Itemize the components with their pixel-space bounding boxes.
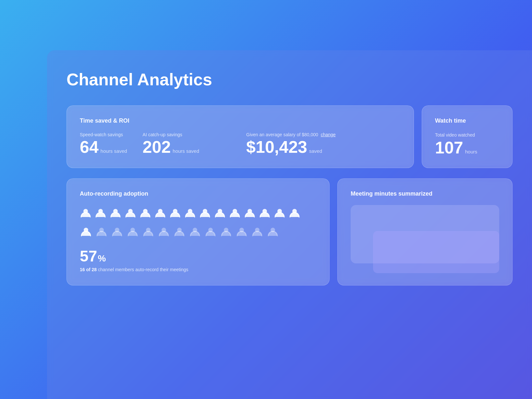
person-icon — [111, 226, 123, 238]
ai-catchup-metric: AI catch-up savings 202 hours saved — [143, 132, 199, 155]
person-icon — [274, 207, 285, 219]
meeting-inner — [351, 205, 499, 263]
metrics-row: Speed-watch savings 64 hours saved AI ca… — [80, 132, 401, 155]
person-icon — [229, 207, 241, 219]
speed-watch-label: Speed-watch savings — [80, 132, 127, 137]
watch-time-card-title: Watch time — [435, 117, 499, 124]
person-icon — [220, 226, 232, 238]
watch-time-unit: hours — [465, 149, 478, 154]
meeting-minutes-card-title: Meeting minutes summarized — [351, 190, 499, 197]
time-roi-card-title: Time saved & ROI — [80, 117, 401, 124]
person-icon — [154, 207, 166, 219]
person-icon — [95, 207, 106, 219]
adoption-count: 16 of 28 — [80, 267, 97, 272]
meeting-inner-card-2 — [373, 231, 499, 273]
auto-recording-card-title: Auto-recording adoption — [80, 190, 316, 197]
adoption-desc-text: channel members auto-record their meetin… — [98, 267, 188, 272]
adoption-description: 16 of 28 channel members auto-record the… — [80, 267, 316, 272]
person-icon — [236, 226, 248, 238]
salary-label: Given an average salary of $80,000 chang… — [246, 132, 336, 137]
speed-watch-unit: hours saved — [101, 148, 127, 154]
person-icon — [199, 207, 211, 219]
adoption-percent-row: 57 % — [80, 247, 316, 265]
watch-time-value: 107 — [435, 139, 463, 156]
person-row-2 — [80, 226, 287, 238]
person-icon — [259, 207, 271, 219]
adoption-percent-symbol: % — [98, 253, 106, 264]
page-title: Channel Analytics — [66, 70, 513, 89]
person-icon — [95, 226, 108, 238]
person-icon — [244, 207, 256, 219]
ai-catchup-unit: hours saved — [173, 148, 199, 154]
ai-catchup-value: 202 — [143, 139, 171, 155]
person-icon-grid — [80, 207, 287, 238]
salary-label-pre: Given an average salary of $80,000 — [246, 132, 318, 137]
person-row-1 — [80, 207, 287, 219]
person-icon — [251, 226, 263, 238]
main-container: Channel Analytics Time saved & ROI Speed… — [47, 50, 532, 399]
ai-catchup-value-row: 202 hours saved — [143, 139, 199, 155]
person-icon — [158, 226, 170, 238]
time-roi-card: Time saved & ROI Speed-watch savings 64 … — [66, 105, 414, 168]
watch-time-card: Watch time Total video watched 107 hours — [422, 105, 513, 168]
person-icon — [127, 226, 139, 238]
person-icon — [169, 207, 181, 219]
top-row: Time saved & ROI Speed-watch savings 64 … — [66, 105, 513, 168]
person-icon — [142, 226, 154, 238]
person-icon — [184, 207, 196, 219]
person-icon — [214, 207, 226, 219]
person-icon — [125, 207, 136, 219]
person-icon — [139, 207, 151, 219]
person-icon — [80, 226, 92, 238]
salary-metric: Given an average salary of $80,000 chang… — [246, 132, 336, 155]
meeting-inner-card-1 — [351, 205, 499, 263]
watch-time-value-row: 107 hours — [435, 139, 499, 156]
person-icon — [189, 226, 201, 238]
salary-change-link[interactable]: change — [321, 132, 336, 137]
adoption-percent-value: 57 — [80, 247, 97, 265]
person-icon — [80, 207, 91, 219]
speed-watch-value: 64 — [80, 139, 99, 155]
watch-time-label: Total video watched — [435, 132, 475, 138]
auto-recording-card: Auto-recording adoption — [66, 178, 330, 285]
speed-watch-value-row: 64 hours saved — [80, 139, 127, 155]
person-icon — [289, 207, 300, 219]
person-icon — [110, 207, 121, 219]
salary-value: $10,423 — [246, 139, 307, 155]
salary-unit: saved — [309, 148, 322, 154]
salary-value-row: $10,423 saved — [246, 139, 336, 155]
meeting-minutes-card: Meeting minutes summarized — [337, 178, 513, 285]
bottom-row: Auto-recording adoption — [66, 178, 513, 285]
person-icon — [204, 226, 217, 238]
person-icon — [173, 226, 186, 238]
speed-watch-metric: Speed-watch savings 64 hours saved — [80, 132, 127, 155]
ai-catchup-label: AI catch-up savings — [143, 132, 199, 137]
person-icon — [267, 226, 279, 238]
